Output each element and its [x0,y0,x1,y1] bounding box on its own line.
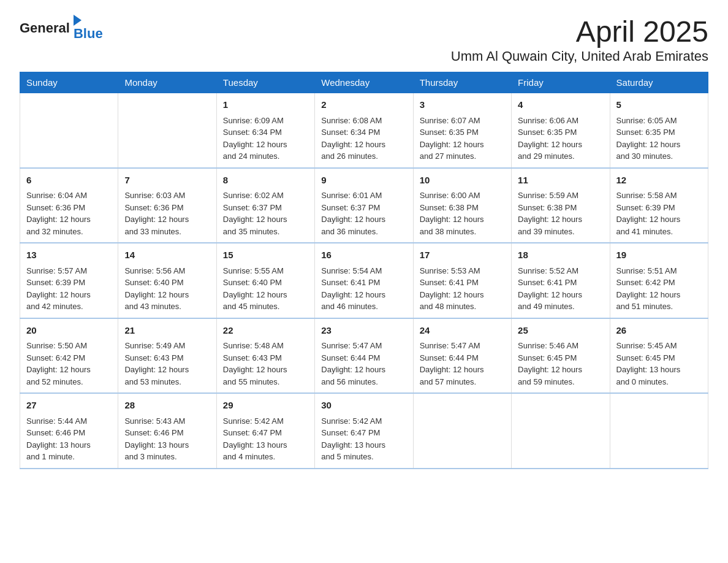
logo-text-general: General [20,20,70,36]
day-number: 17 [420,248,505,262]
day-cell [512,393,610,469]
day-number: 7 [124,174,210,188]
day-cell: 15Sunrise: 5:55 AM Sunset: 6:40 PM Dayli… [216,243,314,318]
day-cell: 26Sunrise: 5:45 AM Sunset: 6:45 PM Dayli… [610,318,708,394]
day-cell: 8Sunrise: 6:02 AM Sunset: 6:37 PM Daylig… [216,168,314,243]
day-info: Sunrise: 5:47 AM Sunset: 6:44 PM Dayligh… [321,341,385,386]
day-info: Sunrise: 5:49 AM Sunset: 6:43 PM Dayligh… [124,341,189,386]
day-number: 28 [124,399,210,413]
day-cell: 10Sunrise: 6:00 AM Sunset: 6:38 PM Dayli… [413,168,511,243]
day-number: 2 [321,98,406,112]
day-cell: 16Sunrise: 5:54 AM Sunset: 6:41 PM Dayli… [315,243,413,318]
header-cell-thursday: Thursday [413,72,511,93]
day-info: Sunrise: 6:01 AM Sunset: 6:37 PM Dayligh… [321,191,385,236]
day-number: 26 [616,324,702,338]
day-info: Sunrise: 5:42 AM Sunset: 6:47 PM Dayligh… [321,416,385,462]
day-cell: 23Sunrise: 5:47 AM Sunset: 6:44 PM Dayli… [315,318,413,394]
day-cell: 3Sunrise: 6:07 AM Sunset: 6:35 PM Daylig… [413,93,511,168]
day-info: Sunrise: 5:51 AM Sunset: 6:42 PM Dayligh… [616,266,681,312]
day-info: Sunrise: 5:42 AM Sunset: 6:47 PM Dayligh… [223,416,287,462]
day-info: Sunrise: 6:08 AM Sunset: 6:34 PM Dayligh… [321,116,385,161]
day-number: 21 [124,324,210,338]
day-number: 30 [321,399,406,413]
day-number: 14 [124,248,210,262]
day-number: 29 [223,399,308,413]
day-cell: 17Sunrise: 5:53 AM Sunset: 6:41 PM Dayli… [413,243,511,318]
day-cell: 28Sunrise: 5:43 AM Sunset: 6:46 PM Dayli… [118,393,216,469]
day-cell: 20Sunrise: 5:50 AM Sunset: 6:42 PM Dayli… [20,318,118,394]
day-cell: 2Sunrise: 6:08 AM Sunset: 6:34 PM Daylig… [315,93,413,168]
day-info: Sunrise: 5:54 AM Sunset: 6:41 PM Dayligh… [321,266,385,312]
day-cell: 13Sunrise: 5:57 AM Sunset: 6:39 PM Dayli… [20,243,118,318]
day-cell: 21Sunrise: 5:49 AM Sunset: 6:43 PM Dayli… [118,318,216,394]
day-number: 22 [223,324,308,338]
day-info: Sunrise: 5:56 AM Sunset: 6:40 PM Dayligh… [124,266,189,312]
day-cell: 22Sunrise: 5:48 AM Sunset: 6:43 PM Dayli… [216,318,314,394]
day-cell [20,93,118,168]
day-cell: 1Sunrise: 6:09 AM Sunset: 6:34 PM Daylig… [216,93,314,168]
day-cell: 25Sunrise: 5:46 AM Sunset: 6:45 PM Dayli… [512,318,610,394]
day-cell: 5Sunrise: 6:05 AM Sunset: 6:35 PM Daylig… [610,93,708,168]
day-info: Sunrise: 5:53 AM Sunset: 6:41 PM Dayligh… [420,266,484,312]
day-cell: 24Sunrise: 5:47 AM Sunset: 6:44 PM Dayli… [413,318,511,394]
day-number: 6 [26,174,112,188]
header-cell-monday: Monday [118,72,216,93]
week-row-3: 13Sunrise: 5:57 AM Sunset: 6:39 PM Dayli… [20,243,708,318]
header-cell-friday: Friday [512,72,610,93]
day-number: 19 [616,248,702,262]
day-number: 4 [518,98,603,112]
day-number: 3 [420,98,505,112]
day-cell: 27Sunrise: 5:44 AM Sunset: 6:46 PM Dayli… [20,393,118,469]
day-number: 20 [26,324,112,338]
day-number: 8 [223,174,308,188]
day-info: Sunrise: 5:43 AM Sunset: 6:46 PM Dayligh… [124,416,189,462]
day-info: Sunrise: 6:04 AM Sunset: 6:36 PM Dayligh… [26,191,91,236]
day-cell: 14Sunrise: 5:56 AM Sunset: 6:40 PM Dayli… [118,243,216,318]
day-info: Sunrise: 6:06 AM Sunset: 6:35 PM Dayligh… [518,116,582,161]
day-number: 27 [26,399,112,413]
day-cell: 11Sunrise: 5:59 AM Sunset: 6:38 PM Dayli… [512,168,610,243]
day-info: Sunrise: 5:58 AM Sunset: 6:39 PM Dayligh… [616,191,681,236]
logo: General Blue [20,15,103,42]
day-number: 25 [518,324,603,338]
day-cell [610,393,708,469]
day-cell: 6Sunrise: 6:04 AM Sunset: 6:36 PM Daylig… [20,168,118,243]
day-number: 11 [518,174,603,188]
day-number: 1 [223,98,308,112]
day-number: 16 [321,248,406,262]
day-number: 12 [616,174,702,188]
day-cell [118,93,216,168]
day-info: Sunrise: 5:55 AM Sunset: 6:40 PM Dayligh… [223,266,287,312]
day-number: 9 [321,174,406,188]
day-info: Sunrise: 5:45 AM Sunset: 6:45 PM Dayligh… [616,341,681,386]
day-info: Sunrise: 5:52 AM Sunset: 6:41 PM Dayligh… [518,266,582,312]
week-row-1: 1Sunrise: 6:09 AM Sunset: 6:34 PM Daylig… [20,93,708,168]
calendar-body: 1Sunrise: 6:09 AM Sunset: 6:34 PM Daylig… [20,93,708,469]
day-cell: 12Sunrise: 5:58 AM Sunset: 6:39 PM Dayli… [610,168,708,243]
week-row-2: 6Sunrise: 6:04 AM Sunset: 6:36 PM Daylig… [20,168,708,243]
header-cell-tuesday: Tuesday [216,72,314,93]
day-info: Sunrise: 5:44 AM Sunset: 6:46 PM Dayligh… [26,416,91,462]
page-subtitle: Umm Al Quwain City, United Arab Emirates [451,48,708,64]
day-number: 18 [518,248,603,262]
day-info: Sunrise: 6:00 AM Sunset: 6:38 PM Dayligh… [420,191,484,236]
header-cell-wednesday: Wednesday [315,72,413,93]
page-title: April 2025 [451,15,708,48]
day-cell [413,393,511,469]
day-cell: 18Sunrise: 5:52 AM Sunset: 6:41 PM Dayli… [512,243,610,318]
day-info: Sunrise: 5:46 AM Sunset: 6:45 PM Dayligh… [518,341,582,386]
week-row-5: 27Sunrise: 5:44 AM Sunset: 6:46 PM Dayli… [20,393,708,469]
day-number: 13 [26,248,112,262]
day-cell: 29Sunrise: 5:42 AM Sunset: 6:47 PM Dayli… [216,393,314,469]
page-header: General Blue April 2025 Umm Al Quwain Ci… [20,15,708,64]
day-number: 23 [321,324,406,338]
title-block: April 2025 Umm Al Quwain City, United Ar… [451,15,708,64]
header-row: SundayMondayTuesdayWednesdayThursdayFrid… [20,72,708,93]
day-info: Sunrise: 5:57 AM Sunset: 6:39 PM Dayligh… [26,266,91,312]
day-info: Sunrise: 6:09 AM Sunset: 6:34 PM Dayligh… [223,116,287,161]
day-cell: 9Sunrise: 6:01 AM Sunset: 6:37 PM Daylig… [315,168,413,243]
week-row-4: 20Sunrise: 5:50 AM Sunset: 6:42 PM Dayli… [20,318,708,394]
day-info: Sunrise: 6:03 AM Sunset: 6:36 PM Dayligh… [124,191,189,236]
calendar-header: SundayMondayTuesdayWednesdayThursdayFrid… [20,72,708,93]
logo-text-blue: Blue [74,26,103,42]
